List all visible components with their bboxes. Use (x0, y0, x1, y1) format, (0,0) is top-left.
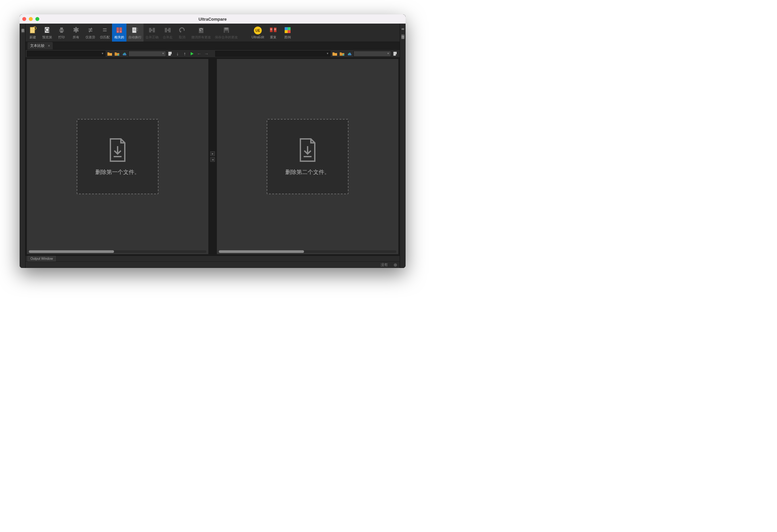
merge-right-button-label: 合并正确 (145, 35, 158, 40)
document-tab[interactable]: 文本比较 × (27, 42, 53, 49)
left-filter-combo[interactable]: ▼ (128, 51, 166, 57)
save-merge-button[interactable]: 保存合并的更改 (213, 24, 240, 41)
all-button-label: 所有 (73, 35, 79, 40)
svg-rect-37 (225, 31, 228, 33)
sync-right-button[interactable]: ▸ (210, 151, 215, 156)
left-dropzone-label: 删除第一个文件。 (95, 169, 140, 176)
merge-left-button[interactable]: 合并左 (160, 24, 175, 41)
new-button[interactable]: 新建 (25, 24, 40, 41)
dropdown-icon: ▼ (162, 52, 164, 55)
right-scrollbar[interactable] (219, 250, 397, 253)
svg-marker-28 (151, 29, 153, 31)
right-cloud-button[interactable] (346, 51, 352, 57)
autowrap-button[interactable]: 自动换行 (126, 24, 143, 41)
left-sidebar-tab[interactable]: 位置书签栏 (20, 24, 25, 268)
svg-text:UE: UE (255, 29, 260, 32)
print-button-label: 打印 (58, 35, 65, 40)
center-area: 新建 预览第 打印 ✱ 所有 (25, 24, 400, 268)
run-compare-button[interactable] (189, 51, 195, 57)
cancel-button[interactable]: 取消 (175, 24, 189, 41)
sync-left-button[interactable]: ◂ (210, 157, 215, 162)
status-indicator-icon (394, 263, 397, 267)
undo-all-button[interactable]: 撤消所有更改 (189, 24, 213, 41)
right-filter-combo[interactable]: ▼ (353, 51, 391, 57)
nav-up-button[interactable]: ↑ (182, 51, 188, 57)
svg-rect-29 (165, 28, 167, 32)
svg-rect-13 (117, 27, 119, 33)
repeat-icon (269, 26, 278, 34)
dropdown-icon: ▼ (101, 52, 104, 55)
wrap-icon (131, 26, 139, 34)
titlebar: UltraCompare (20, 14, 406, 24)
right-save-file-button[interactable] (393, 51, 398, 57)
left-save-file-button[interactable] (168, 51, 173, 57)
left-open-folder-button[interactable] (107, 51, 113, 57)
related-button[interactable]: 相关的 (112, 24, 126, 41)
zoom-window-button[interactable] (35, 17, 39, 21)
scrollbar-thumb[interactable] (29, 250, 114, 253)
match-only-button-label: 仅匹配 (100, 35, 110, 40)
left-path-combo[interactable]: ▼ (27, 51, 105, 57)
minimize-window-button[interactable] (29, 17, 33, 21)
left-open-folder-alt-button[interactable] (114, 51, 120, 57)
file-download-icon (297, 137, 318, 163)
file-toolbar: ▼ ▼ ↓ ↑ ← → (25, 50, 400, 58)
printer-icon (58, 26, 66, 34)
dropdown-icon: ▼ (326, 52, 329, 55)
svg-rect-21 (132, 27, 136, 33)
nav-next-button[interactable]: → (203, 51, 209, 57)
new-button-label: 新建 (29, 35, 36, 40)
right-sidebar-tab-filter[interactable]: 国别和过滤器 (400, 30, 406, 268)
cancel-button-label: 取消 (179, 35, 186, 40)
svg-point-53 (171, 54, 173, 56)
merge-left-button-label: 合并左 (163, 35, 173, 40)
svg-rect-48 (285, 30, 288, 33)
repeat-button[interactable]: 重复 (266, 24, 281, 41)
left-dropzone[interactable]: 删除第一个文件。 (77, 119, 158, 194)
right-sidebar-tab-preview[interactable]: 显示预览文件 (400, 24, 406, 30)
all-button[interactable]: ✱ 所有 (69, 24, 83, 41)
svg-marker-31 (167, 29, 169, 31)
diff-only-button-label: 仅差异 (86, 35, 95, 40)
right-sidebar-tab-filter-label: 国别和过滤器 (400, 30, 405, 34)
left-pane[interactable]: 删除第一个文件。 (27, 59, 208, 254)
svg-rect-11 (60, 27, 63, 29)
merge-right-button[interactable]: 合并正确 (143, 24, 160, 41)
legend-icon (284, 26, 292, 34)
right-sidebar: 显示预览文件 国别和过滤器 (400, 24, 406, 268)
ultraedit-button[interactable]: UE UltraEdit (250, 24, 266, 41)
undo-icon (178, 26, 186, 34)
left-scrollbar[interactable] (29, 250, 206, 253)
nav-prev-button[interactable]: ← (196, 51, 202, 57)
scrollbar-thumb[interactable] (219, 250, 304, 253)
output-window-tab[interactable]: Output Window (27, 256, 56, 261)
left-cloud-button[interactable] (121, 51, 127, 57)
tab-close-icon[interactable]: × (48, 43, 50, 48)
document-tab-label: 文本比较 (30, 43, 44, 48)
output-window-tab-label: Output Window (30, 257, 53, 260)
document-tab-bar: 文本比较 × (25, 42, 400, 50)
right-path-combo[interactable]: ▼ (215, 51, 331, 57)
close-window-button[interactable] (22, 17, 26, 21)
undo-all-icon (197, 26, 205, 34)
match-only-button[interactable]: = 仅匹配 (98, 24, 112, 41)
app-window: UltraCompare 位置书签栏 新建 预览第 (20, 14, 406, 268)
print-button[interactable]: 打印 (54, 24, 69, 41)
window-controls (22, 17, 39, 21)
right-open-folder-button[interactable] (332, 51, 338, 57)
legend-button-label: 图例 (284, 35, 291, 40)
preview-button[interactable]: 预览第 (40, 24, 54, 41)
right-dropzone[interactable]: 删除第二个文件。 (267, 119, 348, 194)
preview-button-label: 预览第 (42, 35, 52, 40)
nav-down-button[interactable]: ↓ (175, 51, 181, 57)
right-open-folder-alt-button[interactable] (339, 51, 345, 57)
magnifier-page-icon (43, 26, 51, 34)
svg-rect-12 (60, 31, 63, 33)
right-pane[interactable]: 删除第二个文件。 (217, 59, 398, 254)
diff-only-button[interactable]: ≠ 仅差异 (83, 24, 98, 41)
asterisk-icon: ✱ (73, 26, 79, 34)
main-toolbar: 新建 预览第 打印 ✱ 所有 (25, 24, 400, 42)
legend-button[interactable]: 图例 (281, 24, 295, 41)
svg-rect-47 (288, 27, 291, 30)
svg-rect-0 (30, 27, 35, 33)
